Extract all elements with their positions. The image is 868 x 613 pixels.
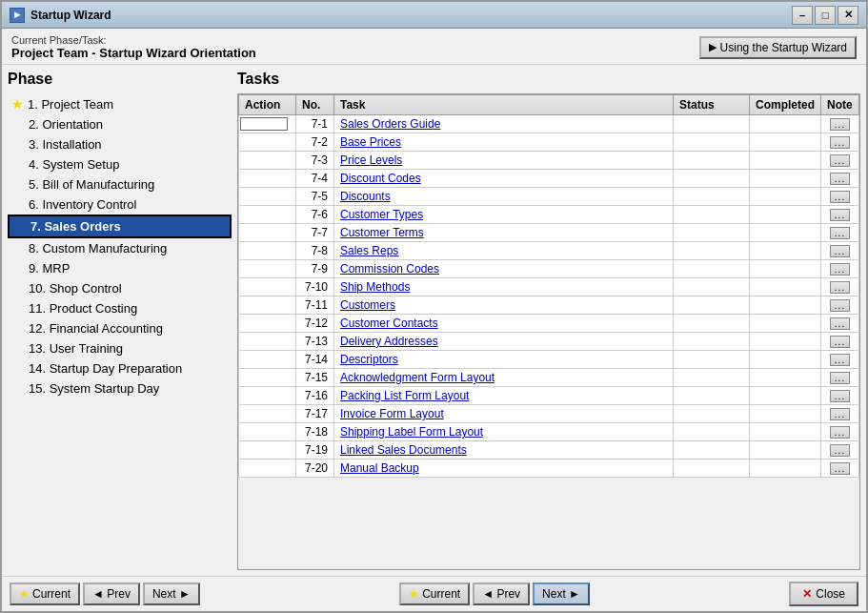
task-completed-cell xyxy=(749,369,820,387)
note-dots-button[interactable]: ... xyxy=(830,444,850,457)
table-row: 7-20Manual Backup... xyxy=(239,460,859,478)
phase-item-1[interactable]: 2. Orientation xyxy=(8,114,232,134)
note-dots-button[interactable]: ... xyxy=(830,263,850,276)
task-link[interactable]: Linked Sales Documents xyxy=(340,443,467,457)
bottom-bar: ★ Current ◄ Prev Next ► ★ Current ◄ Prev… xyxy=(2,576,866,611)
right-next-label: Next ► xyxy=(542,587,580,601)
task-link[interactable]: Descriptors xyxy=(340,353,398,366)
task-link[interactable]: Customer Types xyxy=(340,208,423,221)
note-dots-button[interactable]: ... xyxy=(830,299,850,312)
task-action-cell xyxy=(239,351,296,369)
note-dots-button[interactable]: ... xyxy=(830,408,850,420)
note-dots-button[interactable]: ... xyxy=(830,191,850,203)
task-note-cell: ... xyxy=(821,423,859,441)
task-link[interactable]: Commission Codes xyxy=(340,262,439,276)
table-row: 7-2Base Prices... xyxy=(239,133,859,152)
phase-item-14[interactable]: 15. System Startup Day xyxy=(8,378,232,398)
task-link[interactable]: Manual Backup xyxy=(340,461,419,475)
task-completed-cell xyxy=(749,115,820,133)
task-no-cell: 7-8 xyxy=(296,242,334,260)
task-no-cell: 7-9 xyxy=(296,260,334,278)
close-button[interactable]: ✕ Close xyxy=(789,582,858,606)
col-no: No. xyxy=(296,95,334,115)
right-next-button[interactable]: Next ► xyxy=(533,582,590,605)
task-link[interactable]: Shipping Label Form Layout xyxy=(340,425,483,439)
task-link[interactable]: Discounts xyxy=(340,190,391,203)
phase-item-7[interactable]: 8. Custom Manufacturing xyxy=(8,238,232,258)
phase-item-10[interactable]: 11. Product Costing xyxy=(8,298,232,318)
task-name-cell: Customers xyxy=(334,296,674,315)
phase-item-6[interactable]: 7. Sales Orders xyxy=(8,215,232,238)
maximize-button[interactable]: □ xyxy=(815,6,836,25)
task-link[interactable]: Discount Codes xyxy=(340,172,421,185)
note-dots-button[interactable]: ... xyxy=(830,281,850,294)
phase-item-2[interactable]: 3. Installation xyxy=(8,134,232,154)
task-action-cell xyxy=(239,260,296,278)
task-link[interactable]: Packing List Form Layout xyxy=(340,389,469,402)
task-link[interactable]: Price Levels xyxy=(340,153,402,167)
task-action-cell xyxy=(239,369,296,387)
phase-item-11[interactable]: 12. Financial Accounting xyxy=(8,318,232,338)
note-dots-button[interactable]: ... xyxy=(830,390,850,402)
phase-item-3[interactable]: 4. System Setup xyxy=(8,154,232,174)
col-action: Action xyxy=(239,95,296,115)
note-dots-button[interactable]: ... xyxy=(830,317,850,330)
left-next-button[interactable]: Next ► xyxy=(143,582,200,605)
note-dots-button[interactable]: ... xyxy=(830,354,850,366)
action-input[interactable] xyxy=(240,117,288,131)
task-link[interactable]: Ship Methods xyxy=(340,280,410,294)
task-note-cell: ... xyxy=(821,152,859,170)
table-row: 7-9Commission Codes... xyxy=(239,260,859,278)
app-icon: ▶ xyxy=(10,8,25,23)
note-dots-button[interactable]: ... xyxy=(830,462,850,475)
task-completed-cell xyxy=(749,460,820,478)
note-dots-button[interactable]: ... xyxy=(830,154,850,167)
task-link[interactable]: Sales Orders Guide xyxy=(340,117,440,131)
minimize-button[interactable]: – xyxy=(792,6,813,25)
phase-item-5[interactable]: 6. Inventory Control xyxy=(8,194,232,215)
task-name-cell: Discounts xyxy=(334,188,674,206)
note-dots-button[interactable]: ... xyxy=(830,173,850,185)
task-note-cell: ... xyxy=(821,387,859,405)
note-dots-button[interactable]: ... xyxy=(830,245,850,257)
close-window-button[interactable]: ✕ xyxy=(838,6,858,25)
note-dots-button[interactable]: ... xyxy=(830,118,850,131)
phase-item-4[interactable]: 5. Bill of Manufacturing xyxy=(8,174,232,194)
note-dots-button[interactable]: ... xyxy=(830,372,850,384)
phase-item-12[interactable]: 13. User Training xyxy=(8,338,232,358)
table-row: 7-8Sales Reps... xyxy=(239,242,859,260)
task-link[interactable]: Invoice Form Layout xyxy=(340,407,444,420)
task-action-cell xyxy=(239,188,296,206)
phase-item-9[interactable]: 10. Shop Control xyxy=(8,278,232,298)
phase-item-13[interactable]: 14. Startup Day Preparation xyxy=(8,358,232,378)
task-link[interactable]: Sales Reps xyxy=(340,244,398,257)
table-row: 7-19Linked Sales Documents... xyxy=(239,441,859,460)
task-name-cell: Discount Codes xyxy=(334,170,674,188)
note-dots-button[interactable]: ... xyxy=(830,227,850,239)
phase-item-8[interactable]: 9. MRP xyxy=(8,258,232,278)
table-row: 7-5Discounts... xyxy=(239,188,859,206)
task-link[interactable]: Delivery Addresses xyxy=(340,335,438,348)
note-dots-button[interactable]: ... xyxy=(830,426,850,439)
task-link[interactable]: Customers xyxy=(340,298,395,312)
task-note-cell: ... xyxy=(821,170,859,188)
task-link[interactable]: Acknowledgment Form Layout xyxy=(340,371,495,384)
task-completed-cell xyxy=(749,423,820,441)
close-label: Close xyxy=(816,587,845,601)
left-current-button[interactable]: ★ Current xyxy=(10,582,80,605)
help-button[interactable]: ▶ Using the Startup Wizard xyxy=(699,36,857,59)
note-dots-button[interactable]: ... xyxy=(830,136,850,149)
phase-label: 13. User Training xyxy=(29,341,123,356)
phase-item-0[interactable]: ★1. Project Team xyxy=(8,93,232,114)
task-link[interactable]: Customer Contacts xyxy=(340,317,438,330)
task-link[interactable]: Base Prices xyxy=(340,135,401,149)
note-dots-button[interactable]: ... xyxy=(830,209,850,221)
help-icon: ▶ xyxy=(709,41,717,53)
left-prev-button[interactable]: ◄ Prev xyxy=(83,582,140,605)
right-prev-button[interactable]: ◄ Prev xyxy=(473,582,530,605)
note-dots-button[interactable]: ... xyxy=(830,336,850,348)
right-current-button[interactable]: ★ Current xyxy=(399,582,470,605)
task-link[interactable]: Customer Terms xyxy=(340,226,424,239)
task-action-cell xyxy=(239,315,296,333)
task-note-cell: ... xyxy=(821,133,859,152)
